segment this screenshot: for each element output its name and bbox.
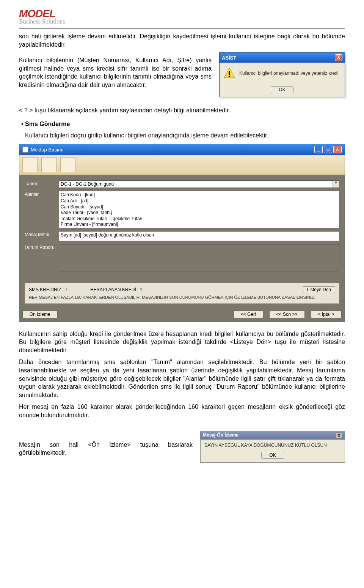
window-icon — [22, 147, 28, 153]
ok-button[interactable]: OK — [261, 452, 284, 459]
label-durum: Durum Raporu — [25, 244, 59, 250]
son-button[interactable]: << Son >> — [269, 311, 305, 318]
label-mesaj: Mesaj Metni — [25, 231, 59, 237]
toolbar-icon-2[interactable] — [41, 157, 56, 172]
paragraph-3: < ? > tuşu tıklanarak açılacak yardım sa… — [19, 106, 345, 115]
logo-subtitle: Business Solutions — [19, 18, 345, 25]
onizleme-title: Mesaj-Ön İzleme — [203, 432, 238, 438]
list-item[interactable]: Toplam Gecikme Tutarı - [gecikme_tutari] — [61, 216, 337, 222]
list-item[interactable]: Cari Adı - [ad] — [61, 198, 337, 204]
hesaplanan-kredi-label: HESAPLANAN KREDİ : 1 — [90, 287, 142, 292]
maximize-icon[interactable]: □ — [324, 146, 332, 153]
list-item[interactable]: Vade Tarihi - [vade_tarihi] — [61, 210, 337, 216]
paragraph-5: Kullanıcının sahip olduğu kredi ile gönd… — [19, 330, 345, 355]
on-izleme-button[interactable]: Ön İzleme — [22, 311, 58, 318]
header-logo: MODEL Business Solutions — [19, 8, 345, 28]
mektup-window: Mektup Basımı _ □ X Tanım DG-1 - DG-1 Do… — [19, 144, 345, 322]
paragraph-7: Her mesaj en fazla 160 karakter olarak g… — [19, 403, 345, 419]
svg-rect-2 — [229, 76, 230, 77]
alanlar-listbox[interactable]: Cari Kodu - [kod] Cari Adı - [ad] Cari S… — [59, 191, 339, 228]
onizleme-message: SAYIN AYSEGUL KAYA DOGUMGUNUNUZ KUTLU OL… — [201, 440, 345, 449]
asist-message: Kullanıcı bilgileri onaylanmadı veya yet… — [239, 71, 338, 76]
sms-kredi-label: SMS KREDİNİZ : 7 — [29, 287, 67, 292]
iptal-button[interactable]: < İptal > — [311, 311, 342, 318]
list-item[interactable]: Cari Kodu - [kod] — [61, 192, 337, 198]
toolbar-icon-3[interactable] — [60, 157, 75, 172]
close-icon[interactable]: x — [336, 432, 342, 438]
asist-title: ASİST — [222, 55, 236, 61]
list-item[interactable]: Firma Ünvanı - [firmaunvani] — [61, 222, 337, 228]
paragraph-4: Kullanıcı bilgileri doğru girilip kullan… — [25, 131, 345, 140]
toolbar — [19, 155, 345, 175]
durum-raporu-box — [59, 244, 339, 271]
window-title: Mektup Basımı — [31, 147, 64, 153]
close-icon[interactable]: X — [335, 54, 342, 61]
ok-button[interactable]: OK — [271, 86, 293, 93]
warning-icon — [223, 67, 235, 79]
section-sms-heading: Sms Gönderme — [21, 121, 345, 128]
paragraph-6: Daha önceden tanımlanmış sms şablonları … — [19, 358, 345, 399]
paragraph-2: Kullanıcı bilgilerinin (Müşteri Numarası… — [19, 56, 212, 89]
svg-rect-1 — [229, 71, 230, 75]
credit-panel: SMS KREDİNİZ : 7 HESAPLANAN KREDİ : 1 Li… — [25, 283, 339, 303]
tanim-dropdown[interactable]: DG-1 - DG-1 Doğum günü ▼ — [59, 180, 339, 188]
mesaj-input[interactable]: Sayın [ad] [soyad] doğum gününüz kutlu o… — [59, 231, 339, 241]
credit-note: HER MESAJ EN FAZLA 160 KARAKTERDEN OLUŞA… — [29, 295, 335, 300]
minimize-icon[interactable]: _ — [314, 146, 323, 153]
tanim-value: DG-1 - DG-1 Doğum günü — [59, 181, 333, 188]
label-tanim: Tanım — [25, 180, 59, 186]
paragraph-1: son hali girilerek işleme devam edilmeli… — [19, 32, 345, 49]
toolbar-icon-1[interactable] — [22, 157, 38, 172]
label-alanlar: Alanlar — [25, 191, 59, 197]
asist-dialog: ASİST X Kullanıcı bilgileri onaylanmadı … — [219, 52, 345, 97]
close-icon[interactable]: X — [333, 146, 342, 153]
list-item[interactable]: Cari Soyadı - [soyad] — [61, 204, 337, 210]
paragraph-8: Mesajın son hali <Ön İzleme> tuşuna bası… — [19, 441, 193, 457]
onizleme-dialog: Mesaj-Ön İzleme x SAYIN AYSEGUL KAYA DOG… — [200, 431, 345, 463]
listeye-don-button[interactable]: Listeye Dön — [303, 286, 335, 293]
chevron-down-icon[interactable]: ▼ — [333, 181, 339, 188]
geri-button[interactable]: << Geri — [234, 311, 263, 318]
